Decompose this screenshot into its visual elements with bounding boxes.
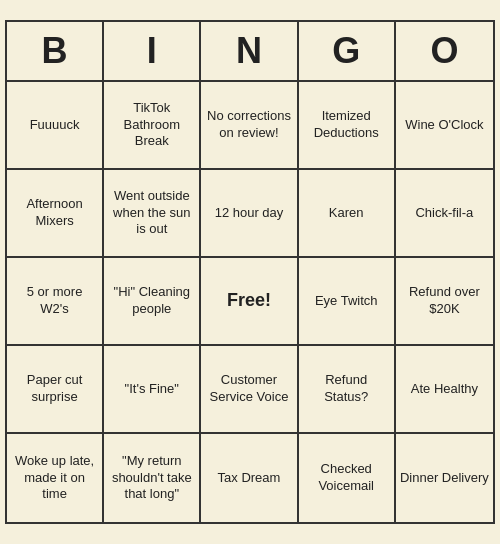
- header-letter-b: B: [7, 22, 104, 80]
- bingo-cell-text-4: Wine O'Clock: [405, 117, 483, 134]
- bingo-cell-text-17: Customer Service Voice: [205, 372, 292, 406]
- bingo-cell-text-24: Dinner Delivery: [400, 470, 489, 487]
- bingo-cell-24[interactable]: Dinner Delivery: [396, 434, 493, 522]
- header-letter-o: O: [396, 22, 493, 80]
- bingo-cell-text-15: Paper cut surprise: [11, 372, 98, 406]
- bingo-cell-text-21: "My return shouldn't take that long": [108, 453, 195, 504]
- bingo-cell-text-16: "It's Fine": [125, 381, 179, 398]
- bingo-cell-text-10: 5 or more W2's: [11, 284, 98, 318]
- bingo-cell-13[interactable]: Eye Twitch: [299, 258, 396, 346]
- bingo-cell-text-7: 12 hour day: [215, 205, 284, 222]
- bingo-cell-22[interactable]: Tax Dream: [201, 434, 298, 522]
- bingo-cell-5[interactable]: Afternoon Mixers: [7, 170, 104, 258]
- bingo-cell-text-1: TikTok Bathroom Break: [108, 100, 195, 151]
- bingo-cell-text-19: Ate Healthy: [411, 381, 478, 398]
- bingo-cell-11[interactable]: "Hi" Cleaning people: [104, 258, 201, 346]
- bingo-cell-text-5: Afternoon Mixers: [11, 196, 98, 230]
- bingo-cell-3[interactable]: Itemized Deductions: [299, 82, 396, 170]
- bingo-cell-text-8: Karen: [329, 205, 364, 222]
- bingo-cell-text-0: Fuuuuck: [30, 117, 80, 134]
- bingo-cell-text-13: Eye Twitch: [315, 293, 378, 310]
- bingo-cell-17[interactable]: Customer Service Voice: [201, 346, 298, 434]
- bingo-cell-text-6: Went outside when the sun is out: [108, 188, 195, 239]
- bingo-cell-18[interactable]: Refund Status?: [299, 346, 396, 434]
- bingo-cell-19[interactable]: Ate Healthy: [396, 346, 493, 434]
- bingo-card: BINGO FuuuuckTikTok Bathroom BreakNo cor…: [5, 20, 495, 524]
- bingo-cell-text-9: Chick-fil-a: [415, 205, 473, 222]
- bingo-cell-2[interactable]: No corrections on review!: [201, 82, 298, 170]
- bingo-cell-7[interactable]: 12 hour day: [201, 170, 298, 258]
- bingo-cell-6[interactable]: Went outside when the sun is out: [104, 170, 201, 258]
- header-letter-g: G: [299, 22, 396, 80]
- bingo-cell-text-23: Checked Voicemail: [303, 461, 390, 495]
- bingo-cell-0[interactable]: Fuuuuck: [7, 82, 104, 170]
- bingo-cell-14[interactable]: Refund over $20K: [396, 258, 493, 346]
- bingo-cell-text-14: Refund over $20K: [400, 284, 489, 318]
- bingo-cell-text-22: Tax Dream: [218, 470, 281, 487]
- bingo-cell-8[interactable]: Karen: [299, 170, 396, 258]
- bingo-header: BINGO: [7, 22, 493, 82]
- header-letter-i: I: [104, 22, 201, 80]
- bingo-cell-text-20: Woke up late, made it on time: [11, 453, 98, 504]
- bingo-cell-21[interactable]: "My return shouldn't take that long": [104, 434, 201, 522]
- bingo-grid: FuuuuckTikTok Bathroom BreakNo correctio…: [7, 82, 493, 522]
- bingo-cell-text-18: Refund Status?: [303, 372, 390, 406]
- bingo-cell-16[interactable]: "It's Fine": [104, 346, 201, 434]
- bingo-cell-text-11: "Hi" Cleaning people: [108, 284, 195, 318]
- bingo-cell-12[interactable]: Free!: [201, 258, 298, 346]
- bingo-cell-15[interactable]: Paper cut surprise: [7, 346, 104, 434]
- bingo-cell-1[interactable]: TikTok Bathroom Break: [104, 82, 201, 170]
- bingo-cell-4[interactable]: Wine O'Clock: [396, 82, 493, 170]
- bingo-cell-text-3: Itemized Deductions: [303, 108, 390, 142]
- bingo-cell-20[interactable]: Woke up late, made it on time: [7, 434, 104, 522]
- bingo-cell-text-12: Free!: [227, 289, 271, 312]
- bingo-cell-text-2: No corrections on review!: [205, 108, 292, 142]
- bingo-cell-23[interactable]: Checked Voicemail: [299, 434, 396, 522]
- bingo-cell-10[interactable]: 5 or more W2's: [7, 258, 104, 346]
- header-letter-n: N: [201, 22, 298, 80]
- bingo-cell-9[interactable]: Chick-fil-a: [396, 170, 493, 258]
